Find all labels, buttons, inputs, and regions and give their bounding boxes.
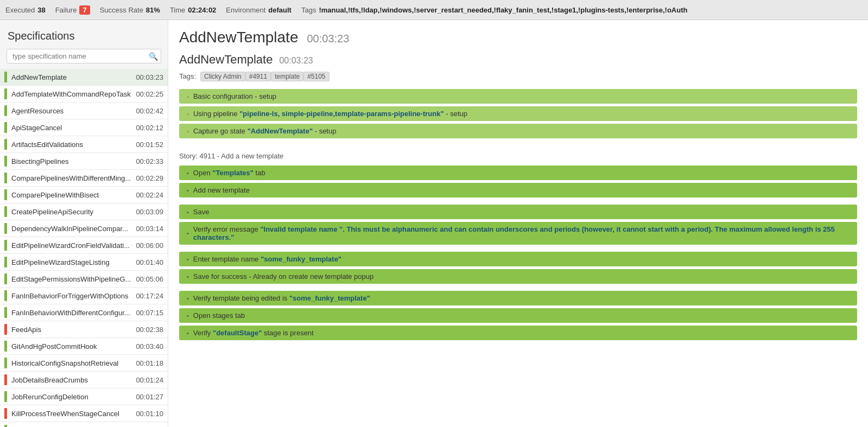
spec-status-indicator — [4, 273, 7, 284]
failure-stat: Failure 7 — [55, 5, 90, 15]
spec-status-indicator — [4, 88, 7, 99]
spec-list-item[interactable]: DependencyWalkInPipelineCompar...00:03:1… — [0, 220, 168, 237]
spec-time: 00:07:15 — [136, 309, 163, 317]
spec-name: ComparePipelineWithBisect — [11, 191, 131, 199]
spec-list-item[interactable]: ArtifactsEditValidations00:01:52 — [0, 136, 168, 153]
spec-status-indicator — [4, 374, 7, 385]
search-input[interactable] — [7, 49, 161, 63]
spec-time: 00:02:42 — [136, 107, 163, 115]
search-icon: 🔍 — [149, 52, 158, 61]
spec-list-item[interactable]: KillProcessTreeWhenStageCancel00:01:10 — [0, 405, 168, 422]
spec-list-item[interactable]: ComparePipelinesWithDifferentMing...00:0… — [0, 170, 168, 187]
step-bullet: • — [187, 230, 189, 237]
spec-name: FanInBehaviorForTriggerWithOptions — [11, 292, 131, 300]
spec-list-item[interactable]: AddTemplateWithCommandRepoTask00:02:25 — [0, 86, 168, 103]
topbar: Executed 38 Failure 7 Success Rate 81% T… — [0, 0, 868, 20]
step-text: Save for success - Already on create new… — [193, 272, 850, 281]
spec-status-indicator — [4, 72, 7, 82]
spec-status-indicator — [4, 408, 7, 419]
spec-time: 00:02:33 — [136, 157, 163, 165]
spec-time: 00:03:09 — [136, 208, 163, 216]
spec-time: 00:03:14 — [136, 225, 163, 233]
spec-list-item[interactable]: FanInBehaviorForTriggerWithOptions00:17:… — [0, 288, 168, 304]
spec-time: 00:01:40 — [136, 258, 163, 266]
spec-time: 00:02:25 — [136, 90, 163, 98]
spec-list-item[interactable]: GitAndHgPostCommitHook00:03:40 — [0, 338, 168, 355]
spec-time: 00:03:23 — [136, 73, 163, 81]
spec-name: FanInBehaviorWithDifferentConfigur... — [11, 309, 131, 317]
content-panel: AddNewTemplate 00:03:23 AddNewTemplate 0… — [168, 20, 868, 427]
spec-name: ComparePipelinesWithDifferentMing... — [11, 174, 131, 182]
step-item: •Save for success - Already on create ne… — [179, 269, 857, 284]
step-text: Open "Templates" tab — [193, 169, 850, 177]
spec-name: CreatePipelineApiSecurity — [11, 208, 131, 216]
content-sub-time: 00:03:23 — [279, 56, 313, 66]
tag-badge: Clicky Admin — [200, 72, 245, 81]
spec-time: 00:01:10 — [136, 410, 163, 418]
spec-name: KillProcessTreeWhenStageCancel — [11, 410, 131, 418]
environment-label: Environment — [226, 6, 265, 14]
setup-step-item: ◦Basic configuration - setup — [179, 89, 857, 104]
spec-status-indicator — [4, 391, 7, 402]
spec-list-item[interactable]: EditStagePermissionsWithPipelineG...00:0… — [0, 271, 168, 288]
failure-label: Failure — [55, 6, 77, 14]
spec-status-indicator — [4, 290, 7, 301]
step-item: •Open "Templates" tab — [179, 165, 857, 180]
spec-list-item[interactable]: HistoricalConfigSnapshotRetrieval00:01:1… — [0, 355, 168, 372]
step-bullet: ◦ — [187, 93, 189, 100]
spec-name: EditPipelineWizardCronFieldValidati... — [11, 241, 131, 250]
step-bullet: • — [187, 209, 189, 215]
step-text: Verify error message "Invalid template n… — [193, 225, 850, 241]
step-bullet: • — [187, 170, 189, 176]
spec-list-item[interactable]: AgentResources00:02:42 — [0, 103, 168, 119]
spec-status-indicator — [4, 257, 7, 267]
step-item: •Enter template name "some_funky_templat… — [179, 252, 857, 266]
spec-list-item[interactable]: JobRerunConfigDeletion00:01:27 — [0, 388, 168, 405]
step-bullet: • — [187, 187, 189, 194]
spec-list-item[interactable]: ApiStageCancel00:02:12 — [0, 119, 168, 136]
setup-step-item: ◦Capture go state "AddNewTemplate" - set… — [179, 124, 857, 138]
spec-name: HistoricalConfigSnapshotRetrieval — [11, 359, 131, 367]
time-value: 02:24:02 — [188, 6, 216, 14]
spec-name: AddTemplateWithCommandRepoTask — [11, 90, 131, 98]
content-sub-title: AddNewTemplate — [179, 53, 273, 67]
spec-list-item[interactable]: ComparePipelineWithBisect00:02:24 — [0, 187, 168, 203]
failure-value: 7 — [79, 5, 90, 15]
step-text: Basic configuration - setup — [193, 92, 850, 100]
spec-list-item[interactable]: EditPipelineWizardCronFieldValidati...00… — [0, 237, 168, 254]
spec-status-indicator — [4, 189, 7, 200]
spec-name: ApiStageCancel — [11, 124, 131, 132]
tag-badge: template — [271, 72, 303, 81]
spec-list-item[interactable]: CreatePipelineApiSecurity00:03:09 — [0, 203, 168, 220]
spec-status-indicator — [4, 105, 7, 116]
spec-name: DependencyWalkInPipelineCompar... — [11, 225, 131, 233]
spec-status-indicator — [4, 122, 7, 133]
step-bullet: • — [187, 273, 189, 280]
spec-list-item[interactable]: AddNewTemplate00:03:23 — [0, 69, 168, 86]
step-item: •Verify "defaultStage" stage is present — [179, 326, 857, 340]
spec-list-item[interactable]: FeedApis00:02:38 — [0, 321, 168, 338]
spec-name: EditStagePermissionsWithPipelineG... — [11, 275, 131, 283]
spec-time: 00:02:29 — [136, 174, 163, 182]
content-main-title: AddNewTemplate — [179, 29, 298, 46]
executed-value: 38 — [37, 6, 45, 14]
spec-list-item[interactable]: BisectingPipelines00:02:33 — [0, 153, 168, 170]
spec-name: GitAndHgPostCommitHook — [11, 342, 131, 350]
tags-stat: Tags !manual,!tfs,!ldap,!windows,!server… — [301, 6, 688, 14]
spec-status-indicator — [4, 156, 7, 167]
spec-name: BisectingPipelines — [11, 157, 131, 165]
spec-list-item[interactable]: JobDetailsBreadCrumbs00:01:24 — [0, 372, 168, 388]
spec-list-item[interactable]: EditPipelineWizardStageListing00:01:40 — [0, 254, 168, 271]
spec-list: AddNewTemplate00:03:23AddTemplateWithCom… — [0, 69, 168, 427]
spec-time: 00:01:18 — [136, 359, 163, 367]
step-item: •Add new template — [179, 183, 857, 197]
spec-name: EditPipelineWizardStageListing — [11, 258, 131, 266]
step-bullet: • — [187, 330, 189, 336]
environment-stat: Environment default — [226, 6, 292, 14]
tags-row: Tags: Clicky Admin#4911template#5105 — [179, 72, 857, 80]
spec-list-item[interactable]: MaterialSupport00:05:10 — [0, 422, 168, 427]
spec-name: FeedApis — [11, 326, 131, 334]
executed-stat: Executed 38 — [5, 6, 46, 14]
environment-value: default — [268, 6, 292, 14]
spec-list-item[interactable]: FanInBehaviorWithDifferentConfigur...00:… — [0, 304, 168, 321]
